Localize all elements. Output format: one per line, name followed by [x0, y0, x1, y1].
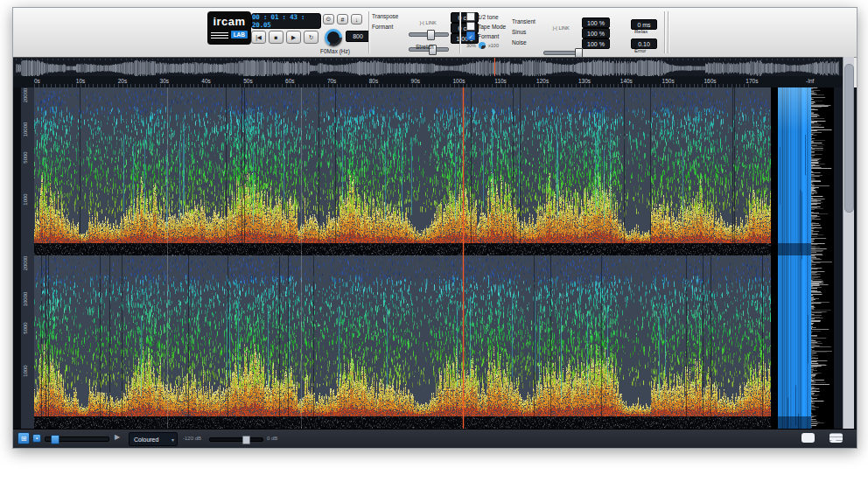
record-button[interactable]: ⊙ — [323, 14, 334, 24]
ircam-lab-logo: ircam LAB — [207, 11, 251, 45]
playhead[interactable] — [463, 87, 464, 429]
ruler-label: 20s — [118, 78, 127, 84]
half-tone-checkbox[interactable] — [466, 12, 475, 21]
pitch-link-label[interactable]: )-( LINK — [409, 20, 447, 25]
separator — [459, 11, 460, 53]
range-min-label: 30% — [466, 43, 476, 48]
ruler-label: 130s — [578, 78, 591, 84]
f0max-label: F0Max (Hz) — [316, 48, 354, 54]
db-min-label: -120 dB — [183, 436, 201, 441]
chevron-down-icon: ▾ — [172, 437, 174, 443]
freq-label: 5000 — [23, 151, 28, 163]
noise-value: 100 % — [582, 38, 610, 49]
half-tone-label: 1/2 tone — [478, 14, 499, 20]
transpose-slider[interactable] — [409, 32, 449, 37]
skip-start-button[interactable]: |◀ — [251, 31, 266, 44]
transient-slider[interactable] — [543, 51, 580, 55]
db-slider-thumb[interactable] — [242, 436, 250, 444]
db-max-label: 0 dB — [267, 436, 277, 441]
ruler-label: 110s — [494, 78, 507, 84]
play-button[interactable]: ▶ — [286, 31, 301, 44]
separator — [668, 11, 668, 53]
formant-slider-label: Formant — [372, 24, 407, 30]
zoom-slider-thumb[interactable] — [51, 435, 60, 444]
ruler-label: 140s — [620, 78, 633, 84]
spectrogram-canvas[interactable] — [34, 87, 843, 429]
frequency-axis: 200001000050001000200001000050001000 — [13, 87, 34, 429]
separator — [368, 11, 369, 53]
stop-button[interactable]: ■ — [269, 31, 284, 44]
zoom-mode-button[interactable]: ⊞ — [18, 432, 30, 444]
half-tone-row[interactable]: 1/2 tone — [466, 12, 499, 21]
palette-selected-value: Coloured — [134, 437, 172, 443]
export-button[interactable]: ↓ — [351, 14, 362, 24]
timeline-ruler[interactable]: -Inf 0s10s20s30s40s50s60s70s80s90s100s11… — [13, 76, 843, 88]
f0max-knob[interactable] — [325, 29, 342, 46]
freq-label: 20000 — [23, 88, 28, 103]
logo-brand: ircam — [207, 15, 251, 28]
horizontal-zoom-slider[interactable] — [45, 437, 109, 442]
ruler-label: 100s — [452, 78, 465, 84]
ruler-label: 170s — [746, 78, 758, 84]
freq-label: 10000 — [23, 122, 28, 137]
ruler-label: 30s — [160, 78, 169, 84]
ruler-label: 50s — [243, 78, 252, 84]
time-display: 00 : 01 : 43 : 20.05 — [251, 13, 321, 29]
app-window: ircam LAB 00 : 01 : 43 : 20.05 |◀ ■ ▶ ↻ … — [12, 7, 858, 449]
remix-link-label[interactable]: )-( LINK — [543, 25, 578, 31]
loop-button[interactable]: ↻ — [304, 31, 318, 44]
cursor-marker-icon[interactable]: ▶ — [115, 433, 120, 441]
ruler-label: 90s — [411, 78, 420, 84]
db-range-slider[interactable] — [209, 437, 263, 442]
error-label: Error — [634, 48, 646, 53]
transient-value: 100 % — [582, 17, 610, 28]
ruler-label: 40s — [201, 78, 210, 84]
sinus-value: 100 % — [582, 28, 610, 38]
tape-mode-label: Tape Mode — [478, 24, 506, 30]
freq-label: 1000 — [23, 193, 28, 205]
ruler-label: 70s — [327, 78, 336, 84]
ruler-label: 80s — [369, 78, 378, 84]
zoom-reset-button[interactable]: ▪ — [32, 434, 41, 443]
ruler-label: 10s — [76, 78, 85, 84]
ruler-end-label: -Inf — [806, 78, 814, 84]
snap-button[interactable]: # — [337, 14, 348, 24]
waveform-overview[interactable] — [13, 57, 843, 77]
toolbar: ircam LAB 00 : 01 : 43 : 20.05 |◀ ■ ▶ ↻ … — [13, 8, 857, 58]
stretch-range-row: 30% x100 — [466, 42, 499, 49]
bottom-bar: ⊞ ▪ ▶ Coloured ▾ -120 dB 0 dB — [13, 429, 857, 448]
formant-mode-row[interactable]: ✓ Formant — [466, 31, 499, 40]
stretch-label: Stretch — [416, 44, 434, 50]
overview-canvas[interactable] — [13, 58, 843, 77]
f0max-value: 800 — [346, 31, 370, 42]
tape-mode-row[interactable]: Tape Mode — [466, 22, 506, 31]
spectrogram-area: 200001000050001000200001000050001000 — [13, 87, 857, 429]
freq-label: 20000 — [23, 256, 28, 271]
stretch-range-knob[interactable] — [479, 42, 486, 49]
logo-stripes-decoration — [211, 31, 228, 38]
noise-label: Noise — [512, 39, 542, 45]
formant-checkbox[interactable]: ✓ — [466, 31, 475, 40]
transient-label: Transient — [512, 18, 542, 24]
scrollbar-thumb[interactable] — [844, 64, 854, 213]
separator — [664, 11, 665, 53]
tape-mode-checkbox[interactable] — [466, 22, 475, 31]
range-max-label: x100 — [488, 43, 499, 48]
transpose-slider-thumb[interactable] — [427, 30, 435, 40]
notes-icon[interactable] — [830, 433, 843, 443]
logo-sub: LAB — [231, 31, 248, 38]
sinus-label: Sinus — [512, 29, 542, 35]
transport-controls: |◀ ■ ▶ ↻ — [251, 31, 318, 44]
ruler-label: 160s — [704, 78, 716, 84]
comment-bubble-icon[interactable] — [802, 433, 815, 443]
freq-label: 5000 — [23, 322, 28, 333]
aux-buttons: ⊙ # ↓ — [323, 14, 362, 24]
freq-label: 1000 — [23, 366, 28, 377]
formant-checkbox-label: Formant — [478, 33, 499, 39]
vertical-scrollbar[interactable] — [843, 57, 854, 429]
ruler-label: 60s — [285, 78, 294, 84]
palette-select[interactable]: Coloured ▾ — [129, 432, 178, 446]
relax-label: Relax — [634, 29, 648, 34]
ruler-label: 150s — [662, 78, 675, 84]
ruler-label: 120s — [536, 78, 549, 84]
